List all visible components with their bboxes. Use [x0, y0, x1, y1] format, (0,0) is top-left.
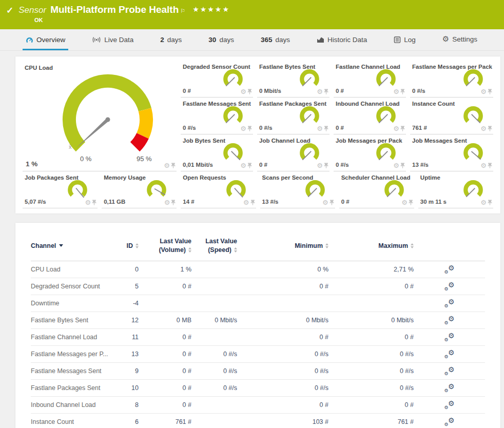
channel-id: 0 — [115, 266, 139, 273]
tab-365-days[interactable]: 365 days — [258, 32, 293, 50]
gear-icon[interactable]: ⚙ — [240, 125, 246, 132]
channel-settings-gears-icon[interactable]: ⚙⚙ — [444, 366, 455, 376]
table-row: Fastlane Channel Load 11 0 # 0 # 0 # ⚙⚙ — [31, 329, 485, 346]
pin-icon[interactable] — [324, 163, 328, 168]
channel-id: 6 — [115, 418, 139, 425]
gauge-icon — [26, 36, 33, 43]
gear-icon[interactable]: ⚙ — [85, 199, 91, 206]
table-row: Downtime -4 ⚙⚙ — [31, 295, 485, 312]
table-row: Fastlane Packages Sent 10 0 # 0 #/s 0 #/… — [31, 380, 485, 397]
cpu-load-gauge: x̄ 0 % 95 % — [46, 71, 169, 166]
pin-icon[interactable] — [409, 200, 413, 205]
gear-icon[interactable]: ⚙ — [401, 199, 408, 206]
channel-settings-gears-icon[interactable]: ⚙⚙ — [444, 333, 455, 342]
gear-icon[interactable]: ⚙ — [480, 88, 487, 95]
gear-icon[interactable]: ⚙ — [393, 88, 399, 95]
gear-icon[interactable]: ⚙ — [322, 199, 328, 206]
pin-icon[interactable] — [92, 200, 96, 205]
gauge-cell: Fastlane Messages per Pack 0 #/s ⚙ — [410, 61, 493, 98]
channel-name: Fastlane Messages Sent — [31, 367, 115, 375]
last-value-speed: 0 #/s — [191, 384, 237, 392]
gauge-value: 0 Mbit/s — [259, 88, 281, 94]
gear-icon[interactable]: ⚙ — [393, 162, 399, 169]
channel-name: Inbound Channel Load — [31, 401, 115, 408]
channel-settings-gears-icon[interactable]: ⚙⚙ — [444, 417, 455, 426]
gear-icon[interactable]: ⚙ — [317, 162, 323, 169]
channel-name: Degraded Sensor Count — [31, 283, 115, 290]
priority-stars[interactable]: ★★★★★ — [192, 5, 230, 13]
status-check-icon: ✓ — [6, 5, 13, 16]
gauge-cell: Scans per Second 13 #/s ⚙ — [260, 171, 335, 208]
channel-settings-gears-icon[interactable]: ⚙⚙ — [444, 349, 455, 359]
pin-icon[interactable] — [247, 126, 252, 131]
pin-icon[interactable] — [329, 200, 334, 205]
gauge-cell: Job Messages per Pack 0 #/s ⚙ — [334, 134, 406, 171]
table-row: CPU Load 0 1 % 0 % 2,71 % ⚙⚙ — [31, 261, 485, 278]
gear-icon[interactable]: ⚙ — [480, 125, 487, 132]
gear-icon[interactable]: ⚙ — [243, 199, 249, 206]
channel-settings-gears-icon[interactable]: ⚙⚙ — [444, 383, 455, 393]
channel-name: CPU Load — [31, 266, 115, 273]
gear-icon[interactable]: ⚙ — [480, 199, 487, 206]
tab-number: 2 — [160, 36, 164, 44]
object-kind-label: Sensor — [18, 5, 46, 15]
gauge-value: 761 # — [412, 125, 427, 131]
column-header-channel[interactable]: Channel — [31, 242, 115, 249]
gauge-cell: Job Packages Sent 5,07 #/s ⚙ — [23, 171, 98, 208]
channel-settings-gears-icon[interactable]: ⚙⚙ — [444, 316, 455, 325]
channel-settings-gears-icon[interactable]: ⚙⚙ — [444, 400, 455, 410]
maximum-value: 2,71 % — [328, 266, 414, 273]
gauge-value: 1 % — [26, 160, 37, 168]
tab-historic-data[interactable]: Historic Data — [314, 32, 370, 50]
column-header-id[interactable]: ID — [115, 242, 139, 249]
last-value-speed: 0 #/s — [191, 367, 237, 375]
last-value-volume: 761 # — [139, 418, 191, 425]
gear-icon[interactable]: ⚙ — [164, 162, 170, 169]
tab-settings[interactable]: ⚙ Settings — [439, 30, 480, 50]
tab-log[interactable]: Log — [391, 32, 419, 50]
channel-settings-gears-icon[interactable]: ⚙⚙ — [444, 299, 455, 308]
column-header-last-value-volume[interactable]: Last Value (Volume) — [139, 237, 191, 255]
flag-icon[interactable]: ⚐ — [180, 8, 185, 14]
channel-id: 11 — [115, 334, 139, 341]
gear-icon[interactable]: ⚙ — [240, 162, 246, 169]
pin-icon[interactable] — [488, 89, 492, 94]
column-header-maximum[interactable]: Maximum — [328, 242, 414, 249]
gear-icon[interactable]: ⚙ — [164, 199, 170, 206]
pin-icon[interactable] — [171, 200, 176, 205]
column-header-minimum[interactable]: Minimum — [237, 242, 328, 249]
channel-settings-gears-icon[interactable]: ⚙⚙ — [444, 265, 455, 274]
gauge-cell: Degraded Sensor Count 0 # ⚙ — [181, 61, 253, 98]
pin-icon[interactable] — [324, 126, 328, 131]
tab-2-days[interactable]: 2 days — [157, 32, 185, 50]
tab-30-days[interactable]: 30 days — [205, 32, 237, 50]
column-header-last-value-speed[interactable]: Last Value (Speed) — [191, 237, 237, 255]
tab-overview[interactable]: Overview — [23, 32, 68, 50]
tab-live-data[interactable]: Live Data — [89, 32, 137, 50]
pin-icon[interactable] — [250, 200, 255, 205]
gear-icon[interactable]: ⚙ — [317, 125, 323, 132]
gear-icon[interactable]: ⚙ — [317, 88, 323, 95]
minimum-value: 0 Mbit/s — [237, 317, 328, 324]
channel-settings-gears-icon[interactable]: ⚙⚙ — [444, 282, 455, 291]
pin-icon[interactable] — [488, 200, 492, 205]
pin-icon[interactable] — [171, 163, 176, 168]
sort-caret-icon — [59, 244, 63, 247]
pin-icon[interactable] — [488, 163, 492, 168]
gear-icon[interactable]: ⚙ — [480, 162, 487, 169]
pin-icon[interactable] — [400, 163, 405, 168]
maximum-value: 0 #/s — [328, 367, 414, 375]
pin-icon[interactable] — [247, 163, 252, 168]
gauge-cell: Fastlane Messages Sent 0 #/s ⚙ — [181, 98, 253, 134]
pin-icon[interactable] — [400, 126, 405, 131]
pin-icon[interactable] — [247, 89, 252, 94]
gauge-value: 0 # — [259, 162, 267, 168]
gear-icon[interactable]: ⚙ — [393, 125, 399, 132]
pin-icon[interactable] — [488, 126, 492, 131]
minimum-value: 0 #/s — [237, 351, 328, 358]
minimum-value: 103 # — [237, 418, 328, 425]
pin-icon[interactable] — [400, 89, 405, 94]
minimum-value: 0 #/s — [237, 367, 328, 375]
pin-icon[interactable] — [324, 89, 328, 94]
gear-icon[interactable]: ⚙ — [240, 88, 246, 95]
